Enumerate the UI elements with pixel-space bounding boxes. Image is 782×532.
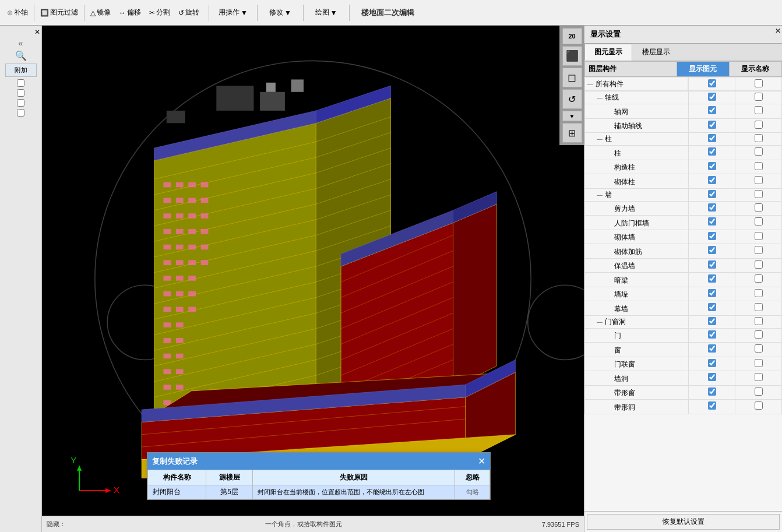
- view-grid-btn[interactable]: ⊞: [562, 123, 582, 143]
- split-icon: ✂: [149, 9, 155, 17]
- reset-defaults-btn[interactable]: 恢复默认设置: [587, 514, 780, 530]
- toolbar-btn-axis[interactable]: ⊕ 补轴: [3, 6, 31, 19]
- show-element-cell[interactable]: [689, 371, 735, 386]
- checkbox-2[interactable]: [17, 89, 24, 97]
- show-element-cell[interactable]: [689, 244, 735, 259]
- show-element-cell[interactable]: [689, 273, 735, 287]
- show-element-cell[interactable]: [689, 77, 735, 91]
- toolbar-btn-draw[interactable]: 绘图 ▼: [309, 6, 343, 19]
- show-name-cell[interactable]: [735, 77, 782, 91]
- close-left-panel-btn[interactable]: ✕: [34, 28, 40, 36]
- svg-rect-51: [176, 213, 184, 219]
- expand-icon[interactable]: —: [597, 94, 603, 101]
- draw-dropdown-icon: ▼: [330, 9, 337, 17]
- checkbox-1[interactable]: [17, 79, 24, 87]
- view-rotate-btn[interactable]: ↺: [562, 89, 582, 109]
- dialog-col-name: 构件名称: [148, 470, 206, 485]
- show-name-cell[interactable]: [735, 201, 782, 216]
- show-element-cell[interactable]: [689, 301, 735, 316]
- show-name-cell[interactable]: [735, 328, 782, 343]
- search-btn[interactable]: 🔍: [15, 50, 27, 61]
- show-name-cell[interactable]: [735, 104, 782, 119]
- component-name-cell: 门: [585, 328, 689, 343]
- show-name-cell[interactable]: [735, 160, 782, 174]
- component-name-cell: 墙垛: [585, 287, 689, 301]
- svg-rect-47: [176, 198, 184, 203]
- expand-icon[interactable]: —: [597, 136, 603, 142]
- show-name-cell[interactable]: [735, 118, 782, 133]
- show-element-cell[interactable]: [689, 328, 735, 343]
- show-element-cell[interactable]: [689, 174, 735, 189]
- show-name-cell[interactable]: [735, 357, 782, 371]
- show-name-cell[interactable]: [735, 133, 782, 146]
- show-name-cell[interactable]: [735, 385, 782, 400]
- show-name-cell[interactable]: [735, 315, 782, 328]
- view-scale-btn[interactable]: 20: [562, 28, 582, 44]
- checkbox-4[interactable]: [17, 109, 24, 117]
- show-element-cell[interactable]: [689, 357, 735, 371]
- show-name-cell[interactable]: [735, 258, 782, 273]
- show-element-cell[interactable]: [689, 230, 735, 244]
- show-element-cell[interactable]: [689, 91, 735, 104]
- toolbar-title: 楼地面二次编辑: [355, 8, 420, 18]
- tab-element-display[interactable]: 图元显示: [584, 44, 632, 61]
- show-name-cell[interactable]: [735, 146, 782, 160]
- show-element-cell[interactable]: [689, 118, 735, 133]
- show-element-cell[interactable]: [689, 287, 735, 301]
- view-rotate-down-btn[interactable]: ▼: [562, 111, 582, 121]
- show-name-cell[interactable]: [735, 273, 782, 287]
- collapse-left-btn[interactable]: «: [19, 38, 23, 48]
- show-element-cell[interactable]: [689, 216, 735, 230]
- show-name-cell[interactable]: [735, 174, 782, 189]
- view-2d-btn[interactable]: ◻: [562, 68, 582, 87]
- show-name-cell[interactable]: [735, 301, 782, 316]
- expand-icon[interactable]: —: [597, 192, 603, 198]
- svg-rect-80: [176, 354, 184, 359]
- show-element-cell[interactable]: [689, 201, 735, 216]
- show-element-cell[interactable]: [689, 258, 735, 273]
- show-name-cell[interactable]: [735, 230, 782, 244]
- show-name-cell[interactable]: [735, 371, 782, 386]
- expand-icon[interactable]: —: [587, 81, 593, 87]
- toolbar-separator-5: [303, 5, 304, 21]
- show-name-cell[interactable]: [735, 287, 782, 301]
- show-name-cell[interactable]: [735, 244, 782, 259]
- component-name-cell: 砌体柱: [585, 174, 689, 189]
- show-name-cell[interactable]: [735, 91, 782, 104]
- show-name-cell[interactable]: [735, 343, 782, 357]
- toolbar-btn-split[interactable]: ✂ 分割: [146, 6, 174, 19]
- show-name-cell[interactable]: [735, 216, 782, 230]
- view-3d-btn[interactable]: ⬛: [562, 46, 582, 66]
- tab-floor-display[interactable]: 楼层显示: [632, 44, 680, 61]
- component-name-cell: 带形洞: [585, 400, 689, 414]
- svg-rect-83: [163, 385, 171, 390]
- list-item: 窗: [585, 343, 782, 357]
- toolbar-btn-filter[interactable]: 🔲 图元过滤: [37, 6, 82, 19]
- show-element-cell[interactable]: [689, 160, 735, 174]
- dialog-close-btn[interactable]: ✕: [478, 456, 485, 467]
- toolbar-btn-rotate[interactable]: ↺ 旋转: [175, 6, 203, 19]
- show-element-cell[interactable]: [689, 104, 735, 119]
- show-element-cell[interactable]: [689, 133, 735, 146]
- expand-icon[interactable]: —: [597, 319, 603, 325]
- toolbar-btn-op[interactable]: 用操作 ▼: [215, 6, 251, 19]
- show-element-cell[interactable]: [689, 146, 735, 160]
- svg-rect-46: [163, 198, 171, 203]
- tab-bar: 图元显示 楼层显示: [584, 44, 782, 61]
- toolbar-btn-offset[interactable]: ↔ 偏移: [115, 6, 145, 19]
- svg-rect-60: [188, 245, 196, 250]
- show-element-cell[interactable]: [689, 315, 735, 328]
- show-name-cell[interactable]: [735, 188, 782, 201]
- show-element-cell[interactable]: [689, 385, 735, 400]
- close-right-panel-btn[interactable]: ✕: [775, 27, 781, 35]
- toolbar-btn-modify[interactable]: 修改 ▼: [263, 6, 297, 19]
- show-element-cell[interactable]: [689, 400, 735, 414]
- svg-rect-72: [163, 307, 171, 312]
- toolbar-btn-mirror[interactable]: △ 镜像: [87, 6, 114, 19]
- show-element-cell[interactable]: [689, 343, 735, 357]
- show-name-cell[interactable]: [735, 400, 782, 414]
- checkbox-3[interactable]: [17, 99, 24, 107]
- add-btn[interactable]: 附加: [5, 64, 37, 77]
- table-scroll-area[interactable]: — 所有构件 — 轴线: [584, 77, 782, 511]
- show-element-cell[interactable]: [689, 188, 735, 201]
